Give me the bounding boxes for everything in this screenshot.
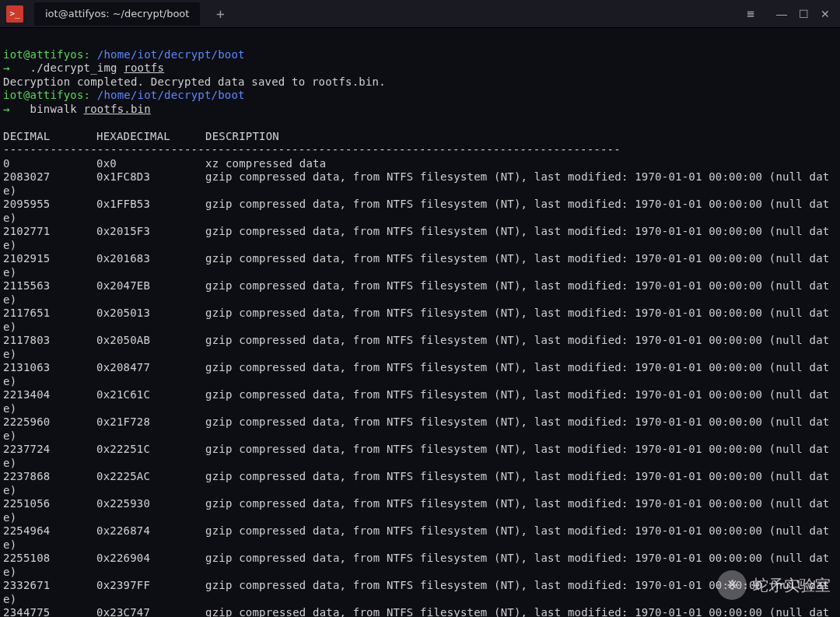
table-row: 22259600x21F728gzip compressed data, fro…	[3, 415, 837, 429]
prompt-path: /home/iot/decrypt/boot	[97, 48, 245, 61]
table-row: 20830270x1FC8D3gzip compressed data, fro…	[3, 170, 837, 184]
table-row: 21155630x2047EBgzip compressed data, fro…	[3, 279, 837, 293]
table-row-wrap: e)	[3, 184, 16, 197]
table-row-wrap: e)	[3, 266, 16, 279]
table-row-wrap: e)	[3, 321, 16, 333]
window-titlebar: >_ iot@attifyos: ~/decrypt/boot + ≡ — ☐ …	[0, 0, 840, 28]
table-row-wrap: e)	[3, 429, 16, 442]
table-row-wrap: e)	[3, 566, 16, 578]
output-line: Decryption completed. Decrypted data sav…	[3, 75, 386, 88]
maximize-button[interactable]: ☐	[793, 4, 814, 24]
table-row-wrap: e)	[3, 484, 16, 496]
table-row-wrap: e)	[3, 457, 16, 469]
table-row: 23326710x2397FFgzip compressed data, fro…	[3, 579, 837, 593]
close-button[interactable]: ✕	[815, 4, 835, 24]
terminal-app-icon: >_	[6, 5, 23, 23]
table-row: 23447750x23C747gzip compressed data, fro…	[3, 606, 837, 617]
table-row: 22510560x225930gzip compressed data, fro…	[3, 497, 837, 511]
table-row: 22134040x21C61Cgzip compressed data, fro…	[3, 388, 837, 402]
table-row: 22378680x2225ACgzip compressed data, fro…	[3, 470, 837, 484]
table-row: 22549640x226874gzip compressed data, fro…	[3, 524, 837, 538]
table-row: 21310630x208477gzip compressed data, fro…	[3, 361, 837, 375]
table-row: 21029150x201683gzip compressed data, fro…	[3, 252, 837, 266]
command-text: ./decrypt_img	[30, 61, 124, 74]
prompt-path: /home/iot/decrypt/boot	[97, 89, 245, 101]
table-row-wrap: e)	[3, 239, 16, 251]
table-header: DECIMALHEXADECIMALDESCRIPTION	[3, 130, 279, 142]
table-row-wrap: e)	[3, 293, 16, 306]
table-row: 21176510x205013gzip compressed data, fro…	[3, 307, 837, 321]
table-row-wrap: e)	[3, 402, 16, 415]
table-row: 00x0xz compressed data	[3, 157, 837, 171]
table-row-wrap: e)	[3, 511, 16, 524]
table-divider: ----------------------------------------…	[3, 143, 621, 156]
command-arg: rootfs.bin	[84, 103, 151, 115]
minimize-button[interactable]: —	[772, 4, 792, 24]
terminal-output[interactable]: iot@attifyos: /home/iot/decrypt/boot → .…	[0, 28, 840, 617]
command-arg: rootfs	[124, 61, 164, 74]
prompt-arrow: →	[3, 61, 10, 74]
prompt-user-host: iot@attifyos:	[3, 48, 90, 61]
table-row: 21178030x2050ABgzip compressed data, fro…	[3, 334, 837, 348]
table-row: 22377240x22251Cgzip compressed data, fro…	[3, 443, 837, 457]
prompt-user-host: iot@attifyos:	[3, 89, 90, 101]
table-row: 22551080x226904gzip compressed data, fro…	[3, 552, 837, 566]
table-row: 21027710x2015F3gzip compressed data, fro…	[3, 225, 837, 239]
table-row-wrap: e)	[3, 212, 16, 224]
command-text: binwalk	[30, 103, 84, 115]
table-row-wrap: e)	[3, 375, 16, 387]
table-row-wrap: e)	[3, 593, 16, 605]
hamburger-menu-icon[interactable]: ≡	[740, 4, 761, 24]
terminal-tab[interactable]: iot@attifyos: ~/decrypt/boot	[34, 2, 200, 26]
table-row-wrap: e)	[3, 348, 16, 360]
new-tab-button[interactable]: +	[209, 3, 231, 25]
prompt-arrow: →	[3, 103, 10, 115]
table-row: 20959550x1FFB53gzip compressed data, fro…	[3, 198, 837, 212]
table-row-wrap: e)	[3, 538, 16, 551]
